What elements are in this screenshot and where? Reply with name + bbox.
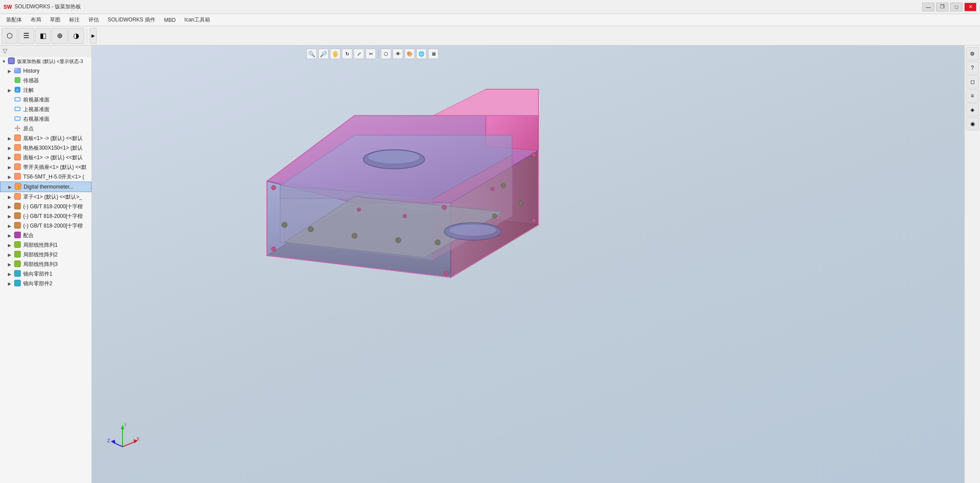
appearance-button[interactable]: 🎨 (404, 49, 415, 59)
svg-rect-4 (15, 77, 20, 83)
tree-origin-label: 原点 (23, 125, 34, 133)
tree-mirror2-label: 镜向零部件2 (23, 280, 53, 287)
titlebar-buttons: — ❐ □ ✕ (922, 3, 976, 11)
tree-heater1-label: 电热板300X150<1> (默认 (23, 144, 83, 152)
right-settings-button[interactable]: ⚙ (966, 47, 979, 60)
monitor-button[interactable]: 🖥 (428, 49, 439, 59)
tree-item-digital-thermo[interactable]: ▶ ! Digital thermometer... (0, 182, 91, 192)
crosshair-button[interactable]: ⊕ (52, 28, 67, 44)
tree-item-screw1[interactable]: ▶ (-) GB/T 818-2000[十字楷 (0, 202, 91, 211)
tree-item-origin[interactable]: 原点 (0, 124, 91, 133)
menu-item-装配体[interactable]: 装配体 (2, 15, 26, 24)
tree-root[interactable]: ▼ 饭菜加热板 (默认) <显示状态-3 (0, 56, 91, 66)
svg-rect-15 (14, 154, 21, 160)
menu-item-Ican工具箱[interactable]: Ican工具箱 (180, 15, 214, 24)
tree-screw2-label: (-) GB/T 818-2000[十字楷 (23, 213, 83, 220)
toolbar-expand-button[interactable]: ▶ (90, 28, 97, 44)
display-mode-button[interactable]: 👁 (393, 49, 403, 59)
right-help-button[interactable]: ? (966, 61, 979, 74)
tree-root-arrow: ▼ (2, 59, 8, 64)
view-separator (378, 49, 379, 58)
svg-text:!: ! (18, 186, 19, 189)
tree-array1-label: 局部线性阵列1 (23, 242, 58, 249)
restore-button[interactable]: □ (950, 3, 962, 11)
3d-model[interactable] (223, 59, 582, 330)
tree-item-screw2[interactable]: ▶ (-) GB/T 818-2000[十字楷 (0, 211, 91, 221)
svg-point-47 (352, 233, 357, 238)
assembly-button[interactable]: ⬡ (2, 28, 18, 44)
svg-marker-75 (111, 440, 116, 444)
right-color-button[interactable]: ◈ (966, 103, 979, 116)
tree-item-history[interactable]: ▶ History (0, 66, 91, 76)
svg-point-63 (532, 153, 536, 157)
right-layer-button[interactable]: ≡ (966, 89, 979, 102)
right-view3d-button[interactable]: ◻ (966, 75, 979, 88)
tree-right-plane-label: 右视基准面 (23, 116, 49, 123)
tree-item-front-plane[interactable]: 前视基准面 (0, 95, 91, 105)
minimize-button[interactable]: — (922, 3, 934, 11)
svg-point-64 (442, 205, 446, 210)
svg-rect-28 (14, 261, 21, 267)
tree-item-annotation[interactable]: ▶ A 注解 (0, 85, 91, 95)
svg-rect-22 (14, 203, 21, 209)
svg-point-50 (492, 214, 497, 218)
titlebar-left: SW SOLIDWORKS - 饭菜加热板 (4, 3, 81, 10)
scene-button[interactable]: 🌐 (416, 49, 427, 59)
maximize-button[interactable]: ❐ (936, 3, 948, 11)
tree-item-right-plane[interactable]: 右视基准面 (0, 114, 91, 124)
svg-line-71 (123, 441, 136, 447)
tree-item-fit[interactable]: ▶ 配合 (0, 231, 91, 240)
menu-item-评估[interactable]: 评估 (84, 15, 103, 24)
menu-item-布局[interactable]: 布局 (26, 15, 46, 24)
tree-item-top-plane[interactable]: 上视基准面 (0, 105, 91, 114)
rotate-button[interactable]: ↻ (342, 49, 352, 59)
filter-icon[interactable]: ▽ (3, 47, 7, 54)
tree-item-switch-socket1[interactable]: ▶ 带开关插座<1> (默认) <<默 (0, 162, 91, 172)
tree-item-heater1[interactable]: ▶ 电热板300X150<1> (默认 (0, 143, 91, 153)
tree-switch-socket1-label: 带开关插座<1> (默认) <<默 (23, 164, 87, 171)
tree-item-array1[interactable]: ▶ 局部线性阵列1 (0, 240, 91, 250)
tree-item-sensor[interactable]: 传感器 (0, 76, 91, 85)
menubar: 装配体布局草图标注评估SOLIDWORKS 插件MBDIcan工具箱 (0, 14, 980, 26)
svg-rect-3 (14, 68, 18, 70)
canvas-area[interactable]: 🔍 🔎 🖐 ↻ ⤢ ✂ ⬡ 👁 🎨 🌐 🖥 (92, 46, 964, 483)
tree-item-array3[interactable]: ▶ 局部线性阵列3 (0, 259, 91, 269)
menu-item-MBD[interactable]: MBD (160, 16, 180, 24)
tree-item-mirror2[interactable]: ▶ 镜向零部件2 (0, 279, 91, 288)
menu-item-SOLIDWORKS-插件[interactable]: SOLIDWORKS 插件 (103, 15, 160, 24)
tree-item-panel1[interactable]: ▶ 面板<1> -> (默认) <<默认 (0, 153, 91, 162)
tree-item-base1[interactable]: ▶ 底板<1> -> (默认) <<默认 (0, 133, 91, 143)
close-button[interactable]: ✕ (964, 3, 976, 11)
search-view-button[interactable]: 🔍 (306, 49, 317, 59)
tree-item-mirror1[interactable]: ▶ 镜向零部件1 (0, 269, 91, 279)
list-button[interactable]: ☰ (18, 28, 34, 44)
svg-rect-17 (14, 173, 21, 179)
tree-item-cover1[interactable]: ▶ 罩子<1> (默认) <<默认>_ (0, 192, 91, 202)
tree-screw1-label: (-) GB/T 818-2000[十字楷 (23, 203, 83, 210)
view-orient-button[interactable]: ⬡ (381, 49, 391, 59)
tree-array2-label: 局部线性阵列2 (23, 251, 58, 259)
tree-screw3-label: (-) GB/T 818-2000[十字楷 (23, 222, 83, 230)
tree-item-array2[interactable]: ▶ 局部线性阵列2 (0, 250, 91, 259)
section-button[interactable]: ✂ (365, 49, 376, 59)
main-layout: ▽ ▼ 饭菜加热板 (默认) <显示状态-3 ▶ History 传感器 (0, 46, 980, 483)
right-render-button[interactable]: ◉ (966, 117, 979, 130)
hand-tool-button[interactable]: 🖐 (330, 49, 341, 59)
zoom-in-button[interactable]: 🔎 (318, 49, 329, 59)
svg-point-48 (396, 238, 401, 243)
svg-rect-13 (14, 135, 21, 141)
menu-item-标注[interactable]: 标注 (65, 15, 84, 24)
svg-rect-9 (15, 117, 20, 120)
menu-item-草图[interactable]: 草图 (46, 15, 65, 24)
titlebar: SW SOLIDWORKS - 饭菜加热板 — ❐ □ ✕ (0, 0, 980, 14)
tree-ts6-switch1-label: TS6-SMT_H-5.0开关<1> ( (23, 173, 84, 181)
tree-item-ts6-switch1[interactable]: ▶ TS6-SMT_H-5.0开关<1> ( (0, 172, 91, 182)
tree-item-screw3[interactable]: ▶ (-) GB/T 818-2000[十字楷 (0, 221, 91, 231)
svg-rect-23 (14, 213, 21, 219)
svg-point-51 (519, 201, 523, 205)
pie-button[interactable]: ◑ (68, 28, 84, 44)
fit-button[interactable]: ⤢ (354, 49, 364, 59)
component-button[interactable]: ◧ (35, 28, 51, 44)
tree-root-icon (8, 57, 16, 65)
svg-rect-26 (14, 242, 21, 248)
